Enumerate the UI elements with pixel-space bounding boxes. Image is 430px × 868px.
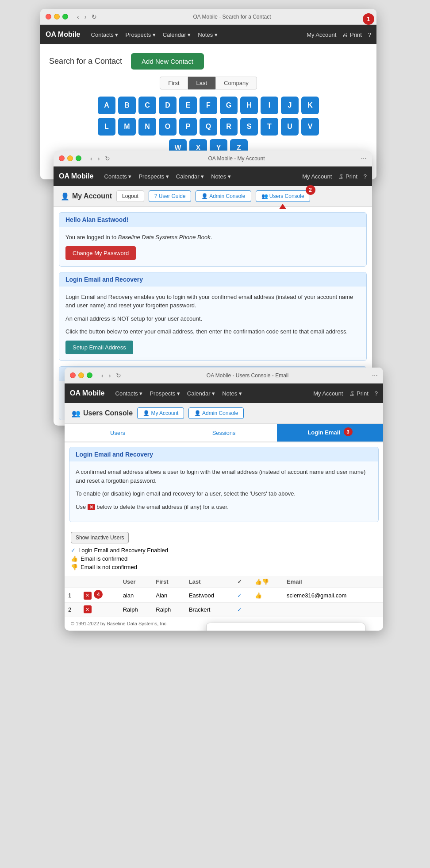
email-error-text: An email address is NOT setup for your u… [65,314,360,323]
delete-email-btn-1[interactable]: ✕ [84,592,92,600]
nav-myaccount-3[interactable]: My Account [313,390,343,397]
alpha-l[interactable]: L [98,118,115,136]
browser-nav-1: ‹ › ↻ [75,12,99,21]
nav-prospects-2[interactable]: Prospects ▾ [138,173,169,180]
back-btn-2[interactable]: ‹ [88,154,94,163]
alpha-b[interactable]: B [118,97,136,114]
tab-first[interactable]: First [160,77,188,89]
alpha-p[interactable]: P [179,118,197,136]
tab-login-email[interactable]: Login Email 3 [277,424,383,442]
forward-btn-3[interactable]: › [107,371,113,380]
nav-myaccount-2[interactable]: My Account [302,173,332,180]
logout-button[interactable]: Logout [116,190,144,202]
admin-console-button[interactable]: 👤 Admin Console [196,190,251,202]
nav-print-1[interactable]: 🖨 Print [342,31,361,38]
nav-print-3[interactable]: 🖨 Print [349,390,368,397]
nav-print-2[interactable]: 🖨 Print [338,173,357,180]
alpha-o[interactable]: O [159,118,177,136]
add-contact-button[interactable]: Add New Contact [131,53,204,70]
traffic-lights-2 [59,155,81,161]
nav-notes-1[interactable]: Notes ▾ [198,31,218,38]
legend-row-1: ✓ Login Email and Recovery Enabled [71,547,377,554]
tab-last[interactable]: Last [188,77,216,89]
alpha-i[interactable]: I [261,97,278,114]
alpha-g[interactable]: G [220,97,238,114]
minimize-btn-3[interactable] [78,372,84,378]
tab-company[interactable]: Company [215,77,257,89]
forward-btn-2[interactable]: › [96,154,102,163]
badge-3: 3 [344,427,353,436]
nav-notes-2[interactable]: Notes ▾ [211,173,231,180]
alpha-q[interactable]: Q [200,118,217,136]
reload-btn-3[interactable]: ↻ [114,371,123,380]
tab-sessions[interactable]: Sessions [171,424,277,442]
reload-btn-2[interactable]: ↻ [103,154,112,163]
alpha-u[interactable]: U [281,118,299,136]
alpha-h[interactable]: H [240,97,258,114]
nav-help-2[interactable]: ? [364,173,367,180]
thumbdown-icon: 👎 [71,564,78,570]
nav-notes-3[interactable]: Notes ▾ [222,390,242,397]
nav-calendar-3[interactable]: Calendar ▾ [187,390,215,397]
alpha-e[interactable]: E [179,97,197,114]
nav-myaccount-1[interactable]: My Account [307,31,336,38]
alpha-k[interactable]: K [301,97,319,114]
col-email: Email [283,576,383,588]
maximize-btn-3[interactable] [87,372,92,378]
nav-calendar-2[interactable]: Calendar ▾ [176,173,204,180]
nav-help-1[interactable]: ? [368,31,371,38]
desc-line-1: A confirmed email address allows a user … [76,468,372,485]
nav-prospects-1[interactable]: Prospects ▾ [125,31,155,38]
my-account-button-3[interactable]: 👤 My Account [137,407,184,419]
back-btn-1[interactable]: ‹ [75,12,81,21]
browser-menu-3[interactable]: ··· [372,372,378,380]
page-header-2: 👤 My Account Logout ? User Guide 👤 Admin… [54,186,372,207]
alpha-t[interactable]: T [261,118,278,136]
nav-calendar-1[interactable]: Calendar ▾ [163,31,191,38]
back-btn-3[interactable]: ‹ [100,371,105,380]
change-password-button[interactable]: Change My Password [65,246,136,260]
row-check-1: ✓ [234,588,251,603]
close-btn-2[interactable] [59,155,65,161]
close-btn-1[interactable] [46,14,51,19]
alpha-d[interactable]: D [159,97,177,114]
maximize-btn-2[interactable] [76,155,81,161]
minimize-btn-1[interactable] [54,14,60,19]
alpha-n[interactable]: N [138,118,156,136]
alpha-v[interactable]: V [301,118,319,136]
alpha-s[interactable]: S [240,118,258,136]
forward-btn-1[interactable]: › [83,12,88,21]
close-btn-3[interactable] [70,372,76,378]
modal-close-button[interactable]: ✕ [351,629,358,631]
alpha-r[interactable]: R [220,118,238,136]
row-last-2: Brackert [185,603,234,616]
alpha-j[interactable]: J [281,97,299,114]
delete-email-btn-2[interactable]: ✕ [84,605,92,613]
legend-label-3: Email is not confirmed [81,564,137,570]
nav-prospects-3[interactable]: Prospects ▾ [150,390,180,397]
maximize-btn-1[interactable] [62,14,68,19]
setup-email-button[interactable]: Setup Email Address [65,341,133,354]
search-title: Search for a Contact [49,57,122,66]
nav-contacts-2[interactable]: Contacts ▾ [104,173,132,180]
check-icon: ✓ [71,547,76,554]
user-guide-button[interactable]: ? User Guide [149,190,192,202]
nav-contacts-1[interactable]: Contacts ▾ [91,31,119,38]
alpha-c[interactable]: C [138,97,156,114]
row-first-1: Alan [152,588,185,603]
admin-console-button-3[interactable]: 👤 Admin Console [188,407,244,419]
reload-btn-1[interactable]: ↻ [90,12,99,21]
alpha-m[interactable]: M [118,118,136,136]
users-console-button[interactable]: 👥 Users Console [256,190,310,202]
show-inactive-button[interactable]: Show Inactive Users [71,532,129,543]
minimize-btn-2[interactable] [67,155,73,161]
browser-menu-2[interactable]: ··· [361,155,367,163]
nav-contacts-3[interactable]: Contacts ▾ [115,390,143,397]
account-icon: 👤 [61,192,69,201]
alpha-f[interactable]: F [200,97,217,114]
logged-in-text: You are logged in to Baseline Data Syste… [65,233,360,242]
tab-users[interactable]: Users [65,424,171,442]
row-delete-2: ✕ [80,603,119,616]
alpha-a[interactable]: A [98,97,115,114]
nav-help-3[interactable]: ? [375,390,378,397]
